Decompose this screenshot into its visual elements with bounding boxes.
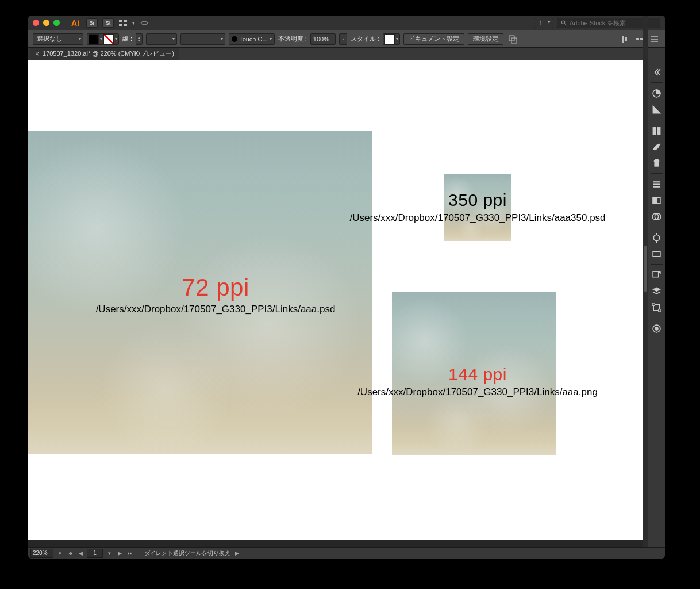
fill-stroke-group: ▾ ▾ [87,33,119,45]
stroke-swatch[interactable] [103,34,114,44]
window-controls [33,20,60,26]
gradient-panel-icon[interactable] [648,192,666,208]
statusbar: ▾ ⏮ ◀ ▾ ▶ ⏭ ダイレクト選択ツールを切り換え ▶ [28,547,665,559]
svg-point-30 [653,235,660,241]
swatches-panel-icon[interactable] [648,123,666,139]
artboards-panel-icon[interactable] [648,299,666,315]
artboard-number[interactable] [87,549,103,558]
zoom-input[interactable] [30,549,53,558]
document-setup-button[interactable]: ドキュメント設定 [403,33,464,45]
path-label-350: /Users/xxx/Dropbox/170507_G330_PPI3/Link… [331,212,624,224]
workspace-switcher[interactable]: 1 [534,18,553,28]
stock-button[interactable]: St [102,18,114,28]
svg-rect-39 [659,309,661,311]
search-icon [561,20,567,26]
svg-rect-2 [119,24,122,26]
main-area: 72 ppi /Users/xxx/Dropbox/170507_G330_PP… [28,60,665,547]
svg-line-5 [564,23,566,25]
svg-rect-22 [655,163,658,166]
tabbar: × 170507_1320.ai* @ 220% (CMYK/プレビュー) [28,48,665,60]
minimize-window[interactable] [43,20,49,26]
nav-last-icon[interactable]: ⏭ [126,549,134,557]
tool-hint: ダイレクト選択ツールを切り換え [144,549,230,557]
svg-rect-27 [653,197,656,204]
style-select[interactable]: ▾ [383,33,400,45]
svg-rect-17 [657,127,660,130]
align-icon[interactable] [619,33,630,45]
ppi-label-72: 72 ppi [66,274,365,301]
svg-rect-1 [124,20,127,22]
selection-indicator[interactable]: 選択なし [33,33,83,45]
gpu-preview-icon[interactable] [140,18,149,28]
maximize-window[interactable] [53,20,60,26]
scrollbar-thumb[interactable] [644,246,647,292]
close-window[interactable] [33,20,39,26]
svg-rect-19 [657,131,660,134]
ppi-label-144: 144 ppi [331,365,624,384]
nav-first-icon[interactable]: ⏮ [66,549,74,557]
workspace-label: 1 [539,20,543,26]
svg-rect-0 [119,20,122,22]
brushes-panel-icon[interactable] [648,139,666,155]
canvas-region[interactable]: 72 ppi /Users/xxx/Dropbox/170507_G330_PP… [28,60,648,547]
appearance-panel-icon[interactable] [648,230,666,246]
close-tab-icon[interactable]: × [35,50,39,58]
brush-select[interactable]: Touch C... ▾ [229,33,275,45]
nav-prev-icon[interactable]: ◀ [76,549,84,557]
stroke-panel-icon[interactable] [648,176,666,192]
panel-menu-icon[interactable] [649,33,660,45]
fill-swatch[interactable] [89,34,99,44]
panel-dock [648,60,665,547]
opacity-input[interactable] [310,33,336,45]
isolate-icon[interactable] [507,33,518,45]
document-tab-title: 170507_1320.ai* @ 220% (CMYK/プレビュー) [43,49,174,58]
transparency-panel-icon[interactable] [648,208,666,224]
svg-rect-9 [625,37,627,41]
artboard-dropdown[interactable]: ▾ [105,549,113,557]
color-panel-icon[interactable] [648,85,666,101]
svg-rect-38 [652,303,655,305]
artboard: 72 ppi /Users/xxx/Dropbox/170507_G330_PP… [28,60,643,540]
path-label-144: /Users/xxx/Dropbox/170507_G330_PPI3/Link… [331,387,624,398]
color-guide-icon[interactable] [648,101,666,117]
opacity-label: 不透明度 : [278,35,307,43]
opacity-flyout[interactable]: › [339,33,347,45]
profile-select[interactable] [180,33,225,45]
preferences-button[interactable]: 環境設定 [468,33,503,45]
libraries-panel-icon[interactable] [648,320,666,336]
path-label-72: /Users/xxx/Dropbox/170507_G330_PPI3/Link… [66,304,365,315]
app-window: Ai Br St ▾ 1 選択なし ▾ ▾ 線 [28,16,665,559]
svg-rect-8 [622,36,624,43]
svg-rect-18 [653,131,656,134]
svg-rect-3 [124,24,127,26]
vertical-scrollbar[interactable] [643,16,648,547]
status-flyout-icon[interactable]: ▶ [233,549,241,557]
document-tab[interactable]: × 170507_1320.ai* @ 220% (CMYK/プレビュー) [30,48,179,60]
stroke-label: 線 : [122,35,132,43]
expand-panels-icon[interactable] [648,64,666,80]
controlbar: 選択なし ▾ ▾ 線 : ▴▾ Touch C... ▾ 不透明度 : › スタ… [28,30,665,48]
svg-point-41 [655,327,658,330]
app-logo: Ai [71,18,79,28]
graphic-styles-icon[interactable] [648,246,666,262]
symbols-panel-icon[interactable] [648,155,666,171]
bridge-button[interactable]: Br [86,18,98,28]
titlebar: Ai Br St ▾ 1 [28,16,665,30]
ppi-label-350: 350 ppi [331,190,624,210]
layers-panel-icon[interactable] [648,283,666,299]
svg-rect-16 [653,127,656,130]
svg-point-20 [654,160,656,162]
svg-point-4 [561,20,564,23]
zoom-dropdown[interactable]: ▾ [56,549,64,557]
svg-rect-36 [653,271,659,277]
svg-point-21 [657,160,659,162]
links-panel-icon[interactable] [648,267,666,283]
nav-next-icon[interactable]: ▶ [116,549,124,557]
arrange-icon[interactable] [118,18,128,28]
svg-rect-10 [636,38,639,40]
stroke-weight[interactable] [146,33,177,45]
stroke-weight-stepper[interactable]: ▴▾ [136,33,143,45]
style-label: スタイル : [351,35,379,43]
